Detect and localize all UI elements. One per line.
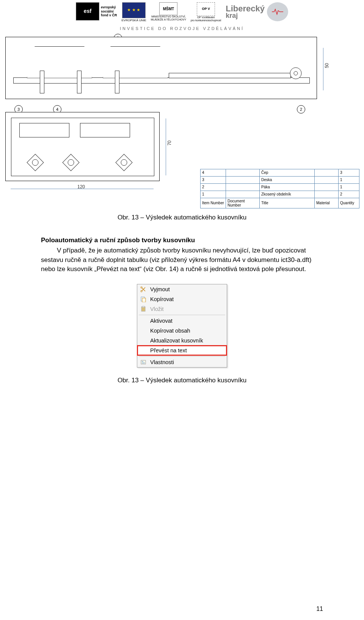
pulse-icon bbox=[272, 8, 283, 16]
bom-h-mat: Material bbox=[315, 198, 339, 208]
menu-properties[interactable]: Vlastnosti bbox=[137, 357, 227, 367]
trapezoid-right bbox=[103, 46, 168, 78]
menu-separator bbox=[139, 356, 225, 357]
bom-qty: 1 bbox=[339, 183, 359, 191]
menu-paste[interactable]: Vložit bbox=[137, 304, 227, 314]
body-text: Obr. 13 – Výsledek automatického kusovní… bbox=[0, 213, 364, 274]
bom-item: 2 bbox=[201, 183, 226, 191]
table-header-row: Item Number Document Number Title Materi… bbox=[201, 198, 359, 208]
bolt-1 bbox=[40, 71, 44, 93]
bom-h-title: Title bbox=[260, 198, 315, 208]
dim-50: 50 bbox=[324, 63, 329, 68]
table-row: 1 Zkosený obdelník 2 bbox=[201, 191, 359, 198]
svg-point-4 bbox=[121, 159, 127, 166]
menu-activate[interactable]: Aktivovat bbox=[137, 316, 227, 326]
dim-70: 70 bbox=[167, 140, 172, 145]
logo-liberecky-kraj: Liberecký kraj bbox=[226, 2, 288, 21]
bom-title: Deska bbox=[260, 176, 315, 183]
bom-doc bbox=[226, 169, 260, 176]
esf-icon: esf bbox=[76, 2, 99, 21]
lk-blob-icon bbox=[267, 2, 288, 21]
properties-icon bbox=[140, 359, 147, 366]
svg-rect-10 bbox=[142, 306, 144, 308]
hole-2-circle-icon bbox=[63, 155, 78, 170]
eu-flag-icon: ★ ★ ★ bbox=[122, 2, 146, 18]
menu-label: Aktualizovat kusovník bbox=[150, 338, 203, 344]
dim-120: 120 bbox=[77, 184, 85, 189]
hole-3-circle-icon bbox=[116, 155, 132, 170]
menu-convert-to-text[interactable]: Převést na text bbox=[137, 345, 227, 355]
bom-h-item: Item Number bbox=[201, 198, 226, 208]
menu-update-bom[interactable]: Aktualizovat kusovník bbox=[137, 336, 227, 345]
table-row: 2 Páka 1 bbox=[201, 183, 359, 191]
svg-rect-12 bbox=[142, 361, 143, 362]
bom-mat bbox=[315, 169, 339, 176]
menu-copy[interactable]: Kopírovat bbox=[137, 294, 227, 304]
dim-70-line bbox=[166, 118, 166, 175]
clipboard-icon bbox=[140, 306, 147, 312]
document-header: esf evropský sociální fond v ČR ★ ★ ★ EV… bbox=[0, 0, 364, 31]
menu-copy-contents[interactable]: Kopírovat obsah bbox=[137, 326, 227, 336]
copy-icon bbox=[140, 296, 147, 303]
logo-row: esf evropský sociální fond v ČR ★ ★ ★ EV… bbox=[38, 2, 326, 22]
svg-rect-13 bbox=[142, 363, 145, 363]
menu-label: Vlastnosti bbox=[150, 359, 174, 365]
menu-cut[interactable]: Vyjmout bbox=[137, 284, 227, 294]
blank-icon bbox=[140, 337, 147, 344]
balloon-2: 2 bbox=[297, 105, 305, 114]
dim-50-line bbox=[323, 48, 323, 90]
logo-msmt: MŠMT MINISTERSTVO ŠKOLSTVÍ, MLÁDEŽE A TĚ… bbox=[151, 2, 186, 21]
menu-label: Vložit bbox=[150, 306, 163, 312]
svg-rect-11 bbox=[141, 360, 146, 364]
logo-esf: esf evropský sociální fond v ČR bbox=[76, 2, 117, 21]
bom-title: Zkosený obdelník bbox=[260, 191, 315, 198]
menu-label: Vyjmout bbox=[150, 286, 170, 292]
svg-point-1 bbox=[294, 71, 298, 75]
subheading: Poloautomatický a ruční způsob tvorby ku… bbox=[41, 236, 323, 245]
base-bar bbox=[13, 77, 310, 84]
menu-label: Kopírovat bbox=[150, 296, 174, 302]
opv-caption: OP Vzdělávání pro konkurenceschopnost bbox=[191, 16, 221, 22]
svg-point-3 bbox=[68, 159, 74, 166]
msmt-caption: MINISTERSTVO ŠKOLSTVÍ, MLÁDEŽE A TĚLOVÝC… bbox=[151, 15, 186, 21]
logo-eu: ★ ★ ★ EVROPSKÁ UNIE bbox=[121, 2, 146, 22]
drawing-view-top: 70 bbox=[5, 112, 160, 181]
bom-item: 3 bbox=[201, 176, 226, 183]
context-menu: Vyjmout Kopírovat Vložit Aktivovat bbox=[137, 284, 227, 368]
header-tagline: INVESTICE DO ROZVOJE VZDĚLÁVÁNÍ bbox=[38, 26, 326, 31]
paragraph-main: V případě, že je automatický způsob tvor… bbox=[41, 246, 323, 274]
bom-title: Páka bbox=[260, 183, 315, 191]
logo-opv: OP V OP Vzdělávání pro konkurenceschopno… bbox=[191, 2, 221, 22]
drawing-view-front: 50 bbox=[5, 37, 317, 99]
dim-120-wrap: 120 bbox=[5, 185, 159, 195]
figure-caption-13b: Obr. 13 – Výsledek automatického kusovní… bbox=[41, 376, 323, 385]
bom-qty: 3 bbox=[339, 169, 359, 176]
bolt-2 bbox=[77, 71, 82, 93]
lk-text-bottom: kraj bbox=[226, 13, 265, 19]
top-rect-right bbox=[80, 123, 130, 137]
context-menu-figure: Vyjmout Kopírovat Vložit Aktivovat bbox=[0, 284, 364, 368]
svg-point-2 bbox=[32, 159, 38, 166]
drawing-panel: 1 50 3 4 2 bbox=[0, 37, 364, 195]
bom-item: 4 bbox=[201, 169, 226, 176]
menu-label: Převést na text bbox=[150, 347, 187, 353]
eu-caption: EVROPSKÁ UNIE bbox=[121, 19, 146, 22]
svg-rect-8 bbox=[142, 298, 146, 302]
bom-qty: 2 bbox=[339, 191, 359, 198]
menu-separator bbox=[139, 315, 225, 315]
bom-item: 1 bbox=[201, 191, 226, 198]
lk-text: Liberecký kraj bbox=[226, 5, 265, 19]
opv-icon: OP V bbox=[197, 2, 215, 16]
bom-h-qty: Quantity bbox=[339, 198, 359, 208]
esf-caption: evropský sociální fond v ČR bbox=[101, 5, 117, 17]
lever-tip bbox=[289, 67, 302, 80]
figure-caption-13a: Obr. 13 – Výsledek automatického kusovní… bbox=[41, 213, 323, 222]
menu-label: Kopírovat obsah bbox=[150, 328, 190, 334]
top-rect-left bbox=[19, 123, 69, 137]
scissors-icon bbox=[140, 286, 147, 293]
blank-icon bbox=[140, 327, 147, 334]
page-number: 11 bbox=[316, 606, 323, 612]
table-row: 4 Čep 3 bbox=[201, 169, 359, 176]
body-text-2: Obr. 13 – Výsledek automatického kusovní… bbox=[0, 376, 364, 385]
hole-1-circle-icon bbox=[28, 155, 43, 170]
